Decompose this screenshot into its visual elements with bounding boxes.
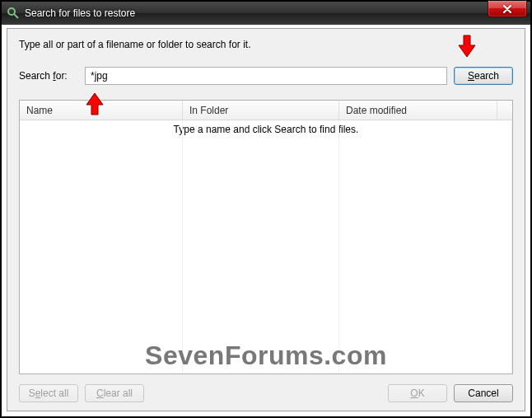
close-button[interactable] <box>488 1 527 17</box>
results-list: Name In Folder Date modified Type a name… <box>19 100 513 374</box>
search-input[interactable] <box>85 67 447 85</box>
empty-message: Type a name and click Search to find fil… <box>174 124 359 135</box>
clear-all-button: Clear all <box>85 384 144 402</box>
cancel-button[interactable]: Cancel <box>454 384 513 402</box>
dialog-window: Search for files to restore Type all or … <box>0 0 532 418</box>
select-all-button: Select all <box>19 384 78 402</box>
column-header-name[interactable]: Name <box>20 101 183 120</box>
ok-button: OK <box>388 384 447 402</box>
client-area: Type all or part of a filename or folder… <box>7 28 525 411</box>
search-label: Search for: <box>19 70 78 82</box>
close-icon <box>502 5 512 13</box>
button-row: Select all Clear all OK Cancel <box>19 384 513 402</box>
window-title: Search for files to restore <box>25 7 135 19</box>
column-headers: Name In Folder Date modified <box>20 101 512 120</box>
svg-point-0 <box>8 8 15 15</box>
instruction-text: Type all or part of a filename or folder… <box>19 39 513 50</box>
app-icon <box>7 7 20 20</box>
search-row: Search for: Search <box>19 67 513 85</box>
column-header-folder[interactable]: In Folder <box>183 101 339 120</box>
svg-line-1 <box>14 14 18 18</box>
column-dividers <box>20 120 512 373</box>
results-body: Type a name and click Search to find fil… <box>20 120 512 373</box>
column-header-date[interactable]: Date modified <box>339 101 497 120</box>
column-header-tail <box>497 101 512 120</box>
titlebar: Search for files to restore <box>2 2 530 25</box>
search-button[interactable]: Search <box>454 67 513 85</box>
